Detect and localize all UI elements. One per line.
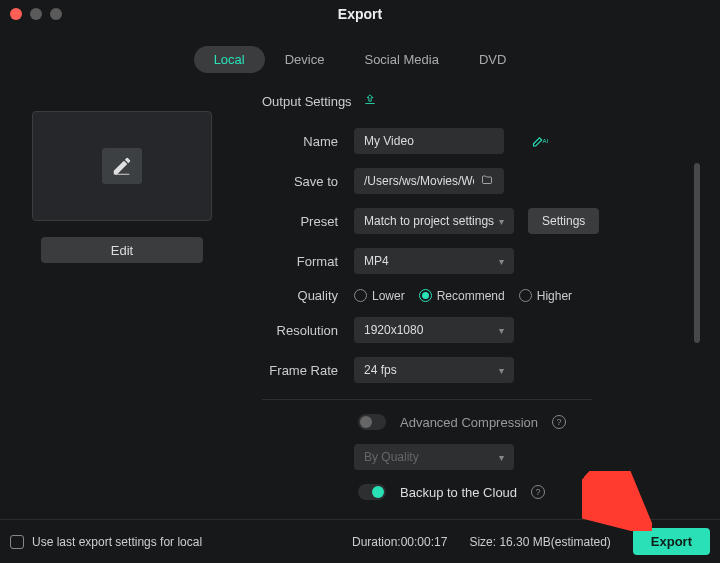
row-backup: Backup to the Cloud ?: [262, 484, 694, 500]
backup-label: Backup to the Cloud: [400, 485, 517, 500]
saveto-value: /Users/ws/Movies/Wonder: [364, 174, 474, 188]
scrollbar[interactable]: [694, 163, 700, 343]
resolution-value: 1920x1080: [364, 323, 423, 337]
quality-recommend[interactable]: Recommend: [419, 289, 505, 303]
name-input[interactable]: [354, 128, 504, 154]
tabs-container: Local Device Social Media DVD: [194, 46, 527, 73]
use-last-label: Use last export settings for local: [32, 535, 202, 549]
settings-column: Output Settings Name AI Save to /Users/w…: [226, 93, 702, 503]
row-framerate: Frame Rate 24 fps ▾: [262, 357, 694, 383]
chevron-down-icon: ▾: [499, 452, 504, 463]
preset-value: Match to project settings: [364, 214, 494, 228]
folder-icon[interactable]: [480, 174, 494, 189]
framerate-select[interactable]: 24 fps ▾: [354, 357, 514, 383]
quality-radio-group: Lower Recommend Higher: [354, 289, 572, 303]
quality-lower[interactable]: Lower: [354, 289, 405, 303]
row-quality: Quality Lower Recommend Higher: [262, 288, 694, 303]
radio-icon: [419, 289, 432, 302]
adv-compression-label: Advanced Compression: [400, 415, 538, 430]
radio-icon: [354, 289, 367, 302]
settings-button[interactable]: Settings: [528, 208, 599, 234]
section-header: Output Settings: [262, 93, 694, 110]
format-select[interactable]: MP4 ▾: [354, 248, 514, 274]
quality-label: Quality: [262, 288, 354, 303]
row-advanced-compression: Advanced Compression ?: [262, 414, 694, 430]
upload-icon[interactable]: [362, 93, 378, 110]
tab-dvd[interactable]: DVD: [459, 46, 526, 73]
preset-select[interactable]: Match to project settings ▾: [354, 208, 514, 234]
adv-mode-select[interactable]: By Quality ▾: [354, 444, 514, 470]
saveto-field[interactable]: /Users/ws/Movies/Wonder: [354, 168, 504, 194]
divider: [262, 399, 592, 400]
content-area: Edit Output Settings Name AI Save to /Us…: [0, 73, 720, 503]
format-value: MP4: [364, 254, 389, 268]
backup-toggle[interactable]: [358, 484, 386, 500]
row-name: Name AI: [262, 128, 694, 154]
help-icon[interactable]: ?: [552, 415, 566, 429]
row-preset: Preset Match to project settings ▾ Setti…: [262, 208, 694, 234]
tab-local[interactable]: Local: [194, 46, 265, 73]
resolution-label: Resolution: [262, 323, 354, 338]
row-saveto: Save to /Users/ws/Movies/Wonder: [262, 168, 694, 194]
name-label: Name: [262, 134, 354, 149]
titlebar: Export: [0, 0, 720, 28]
quality-higher[interactable]: Higher: [519, 289, 572, 303]
tabs-row: Local Device Social Media DVD: [0, 46, 720, 73]
preview-thumbnail: [32, 111, 212, 221]
preview-column: Edit: [18, 93, 226, 503]
svg-text:AI: AI: [543, 138, 549, 144]
chevron-down-icon: ▾: [499, 216, 504, 227]
format-label: Format: [262, 254, 354, 269]
preset-label: Preset: [262, 214, 354, 229]
footer: Use last export settings for local Durat…: [0, 519, 720, 563]
export-button[interactable]: Export: [633, 528, 710, 555]
chevron-down-icon: ▾: [499, 256, 504, 267]
chevron-down-icon: ▾: [499, 325, 504, 336]
adv-mode-value: By Quality: [364, 450, 419, 464]
row-resolution: Resolution 1920x1080 ▾: [262, 317, 694, 343]
resolution-select[interactable]: 1920x1080 ▾: [354, 317, 514, 343]
duration-text: Duration:00:00:17: [352, 535, 447, 549]
footer-right: Duration:00:00:17 Size: 16.30 MB(estimat…: [352, 528, 710, 555]
framerate-label: Frame Rate: [262, 363, 354, 378]
tab-device[interactable]: Device: [265, 46, 345, 73]
radio-icon: [519, 289, 532, 302]
edit-button[interactable]: Edit: [41, 237, 203, 263]
saveto-label: Save to: [262, 174, 354, 189]
quality-recommend-label: Recommend: [437, 289, 505, 303]
size-text: Size: 16.30 MB(estimated): [469, 535, 610, 549]
row-adv-mode: By Quality ▾: [262, 444, 694, 470]
chevron-down-icon: ▾: [499, 365, 504, 376]
section-title: Output Settings: [262, 94, 352, 109]
framerate-value: 24 fps: [364, 363, 397, 377]
use-last-checkbox[interactable]: [10, 535, 24, 549]
quality-lower-label: Lower: [372, 289, 405, 303]
help-icon[interactable]: ?: [531, 485, 545, 499]
tab-social-media[interactable]: Social Media: [344, 46, 458, 73]
ai-pencil-icon[interactable]: AI: [532, 133, 550, 150]
quality-higher-label: Higher: [537, 289, 572, 303]
window-title: Export: [0, 6, 720, 22]
edit-pencil-icon: [102, 148, 142, 184]
adv-compression-toggle[interactable]: [358, 414, 386, 430]
row-format: Format MP4 ▾: [262, 248, 694, 274]
